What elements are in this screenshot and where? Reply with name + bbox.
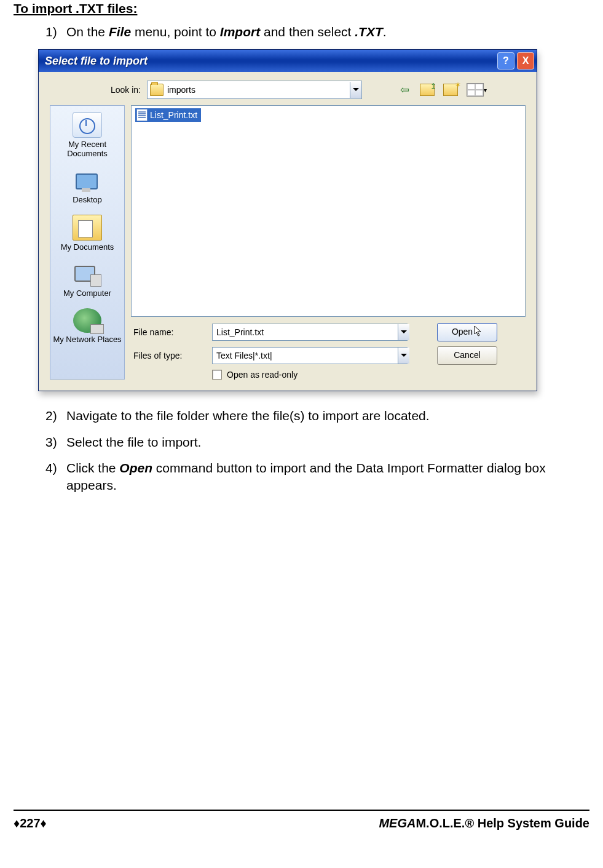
folder-icon bbox=[150, 84, 164, 96]
text-file-icon bbox=[136, 109, 148, 121]
open-label: Open bbox=[452, 327, 473, 336]
filetype-combo[interactable]: Text Files|*.txt| bbox=[212, 347, 408, 364]
readonly-label: Open as read-only bbox=[227, 370, 298, 380]
file-dialog: Select file to import ? X Look in: impor… bbox=[38, 49, 537, 391]
list-item[interactable]: List_Print.txt bbox=[135, 108, 201, 122]
step-text: and then select bbox=[260, 25, 355, 39]
places-desktop[interactable]: Desktop bbox=[70, 166, 104, 210]
close-button[interactable]: X bbox=[517, 52, 534, 70]
file-listing[interactable]: List_Print.txt bbox=[131, 105, 526, 317]
step-number: 1) bbox=[45, 23, 66, 41]
step-text: Click the bbox=[66, 461, 119, 475]
places-recent[interactable]: My Recent Documents bbox=[50, 109, 124, 164]
filename-combo[interactable]: List_Print.txt bbox=[212, 324, 408, 341]
documents-icon bbox=[73, 215, 102, 241]
chevron-down-icon[interactable] bbox=[398, 348, 409, 364]
places-documents[interactable]: My Documents bbox=[58, 212, 117, 257]
step-number: 4) bbox=[45, 460, 66, 495]
computer-icon bbox=[73, 262, 101, 287]
up-folder-icon[interactable] bbox=[420, 84, 435, 96]
recent-icon bbox=[73, 112, 102, 138]
titlebar[interactable]: Select file to import ? X bbox=[39, 50, 537, 72]
step-number: 3) bbox=[45, 434, 66, 451]
step-text: Select the file to import. bbox=[66, 434, 589, 451]
chevron-down-icon[interactable] bbox=[398, 324, 409, 340]
places-computer[interactable]: My Computer bbox=[61, 260, 114, 303]
places-label: My Network Places bbox=[53, 335, 121, 344]
menu-import: Import bbox=[220, 25, 260, 39]
chevron-down-icon[interactable] bbox=[350, 82, 361, 98]
places-label: My Recent Documents bbox=[53, 140, 122, 159]
page-number: ♦227♦ bbox=[14, 816, 47, 830]
new-folder-icon[interactable] bbox=[443, 84, 458, 96]
filename-value: List_Print.txt bbox=[216, 327, 395, 337]
page-footer: ♦227♦ MEGAM.O.L.E.® Help System Guide bbox=[14, 816, 589, 830]
places-label: Desktop bbox=[73, 196, 102, 205]
open-button[interactable]: Open bbox=[437, 323, 497, 341]
step-1: 1) On the File menu, point to Import and… bbox=[45, 23, 589, 41]
menu-file: File bbox=[109, 25, 131, 39]
footer-mega: MEGA bbox=[379, 816, 416, 830]
step-text: Navigate to the file folder where the fi… bbox=[66, 407, 589, 424]
cancel-button[interactable]: Cancel bbox=[437, 346, 497, 365]
lookin-label: Look in: bbox=[50, 85, 147, 95]
readonly-checkbox[interactable] bbox=[212, 370, 222, 380]
filetype-value: Text Files|*.txt| bbox=[216, 351, 395, 360]
chevron-down-icon[interactable]: ▾ bbox=[484, 87, 490, 94]
filetype-label: Files of type: bbox=[131, 351, 212, 360]
footer-title: M.O.L.E.® Help System Guide bbox=[416, 816, 589, 830]
views-icon[interactable] bbox=[467, 83, 484, 97]
places-label: My Computer bbox=[63, 289, 111, 298]
network-icon bbox=[73, 308, 101, 333]
help-button[interactable]: ? bbox=[497, 52, 514, 70]
cursor-icon bbox=[474, 324, 483, 340]
lookin-value: imports bbox=[167, 85, 347, 95]
step-text: menu, point to bbox=[131, 25, 220, 39]
desktop-icon bbox=[73, 169, 101, 193]
step-text: On the bbox=[66, 25, 109, 39]
filename-label: File name: bbox=[131, 327, 212, 337]
lookin-combo[interactable]: imports bbox=[147, 81, 362, 99]
step-2: 2) Navigate to the file folder where the… bbox=[45, 407, 589, 424]
step-4: 4) Click the Open command button to impo… bbox=[45, 460, 589, 495]
places-label: My Documents bbox=[61, 243, 114, 252]
dialog-title: Select file to import bbox=[45, 55, 495, 68]
step-text: . bbox=[383, 25, 387, 39]
menu-txt: .TXT bbox=[355, 25, 383, 39]
step-number: 2) bbox=[45, 407, 66, 424]
step-3: 3) Select the file to import. bbox=[45, 434, 589, 451]
back-icon[interactable]: ⇦ bbox=[398, 84, 411, 96]
section-heading: To import .TXT files: bbox=[14, 1, 589, 16]
file-name: List_Print.txt bbox=[150, 110, 197, 120]
places-network[interactable]: My Network Places bbox=[50, 306, 124, 349]
open-command: Open bbox=[119, 461, 152, 475]
footer-rule bbox=[14, 810, 589, 811]
places-bar: My Recent Documents Desktop My Documents bbox=[50, 105, 125, 380]
